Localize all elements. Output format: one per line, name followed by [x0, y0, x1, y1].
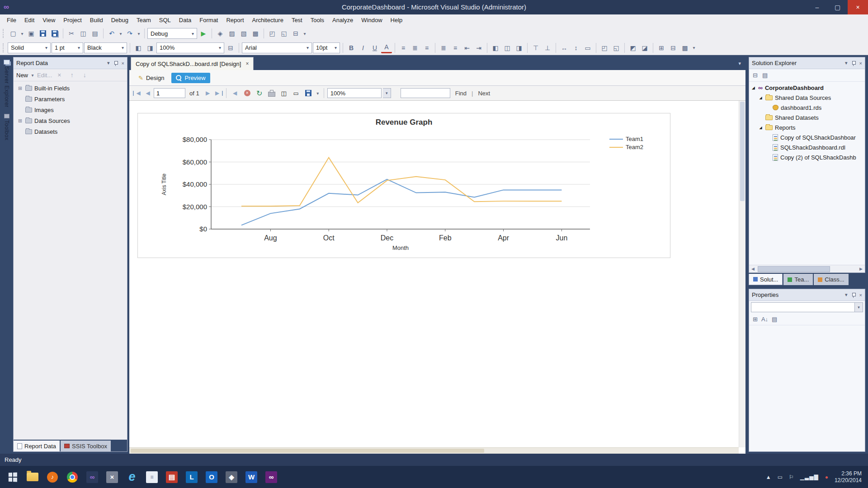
categorized-icon[interactable]: ⊞	[753, 316, 758, 323]
document-tab[interactable]: Copy of SQLShackD...board.rdl [Design] ×	[131, 57, 254, 70]
horizontal-scrollbar[interactable]	[129, 447, 739, 454]
new-file-icon[interactable]: ▢	[8, 28, 19, 39]
menu-architecture[interactable]: Architecture	[248, 14, 288, 26]
expand-icon[interactable]: ⊞	[17, 118, 23, 124]
cut-icon[interactable]: ✂	[66, 28, 77, 39]
copy-icon[interactable]: ◫	[78, 28, 89, 39]
taskbar-internet-explorer[interactable]: e	[122, 467, 142, 487]
vertical-scrollbar[interactable]	[739, 101, 745, 447]
find-in-files-icon[interactable]: ▧	[238, 28, 249, 39]
window-position-icon[interactable]: ▾	[845, 292, 848, 298]
tab-class-view[interactable]: Class...	[814, 274, 848, 285]
zoom-out-icon[interactable]: ◧	[133, 42, 144, 53]
paste-icon[interactable]: ▤	[90, 28, 100, 39]
save-all-icon[interactable]	[49, 28, 60, 39]
font-name-combo[interactable]: Arial ▾	[242, 42, 312, 53]
scrollbar-thumb[interactable]	[131, 449, 484, 453]
volume-muted-icon[interactable]: ●	[825, 474, 828, 480]
new-file-dropdown-icon[interactable]: ▾	[19, 28, 25, 39]
align-left-icon[interactable]: ≡	[398, 42, 409, 53]
alphabetical-icon[interactable]: A↓	[761, 316, 768, 323]
menu-view[interactable]: View	[38, 14, 59, 26]
solution-config-icon[interactable]: ◈	[215, 28, 226, 39]
send-to-back-icon[interactable]: ◪	[639, 42, 650, 53]
align-center-icon[interactable]: ≣	[410, 42, 420, 53]
menu-file[interactable]: File	[3, 14, 20, 26]
find-next-button[interactable]: Next	[474, 90, 494, 97]
page-number-input[interactable]	[154, 88, 185, 98]
menu-tools[interactable]: Tools	[307, 14, 328, 26]
underline-button[interactable]: U	[369, 42, 380, 53]
border-width-combo[interactable]: 1 pt ▾	[52, 42, 83, 53]
bullet-list-icon[interactable]: ≣	[438, 42, 449, 53]
tab-preview[interactable]: Preview	[171, 73, 210, 83]
redo-icon[interactable]: ↷	[124, 28, 135, 39]
menu-test[interactable]: Test	[288, 14, 307, 26]
scrollbar-thumb[interactable]	[758, 266, 830, 272]
menu-window[interactable]: Window	[357, 14, 386, 26]
extra-tools-icon[interactable]: ⊟	[290, 28, 301, 39]
previous-page-icon[interactable]: ◀	[143, 90, 152, 96]
viewer-zoom-dropdown-icon[interactable]: ▾	[383, 88, 391, 98]
export-icon[interactable]	[303, 88, 314, 99]
tab-ssis-toolbox[interactable]: SSIS Toolbox	[61, 441, 111, 451]
scroll-right-icon[interactable]: ▶	[857, 267, 865, 271]
properties-object-combo[interactable]	[751, 302, 855, 312]
next-page-icon[interactable]: ▶	[203, 90, 212, 96]
bold-button[interactable]: B	[346, 42, 357, 53]
toolbox-window-icon[interactable]: ◰	[267, 28, 278, 39]
tab-solution-explorer[interactable]: Solut...	[749, 274, 783, 285]
menu-build[interactable]: Build	[86, 14, 107, 26]
close-icon[interactable]: ×	[122, 61, 124, 66]
expand-icon[interactable]: ⊞	[17, 85, 23, 91]
taskbar-visual-studio-2013[interactable]: ∞	[261, 467, 281, 487]
taskbar-lync[interactable]: L	[182, 467, 202, 487]
scrollbar-thumb[interactable]	[740, 102, 745, 201]
tab-design[interactable]: ✎ Design	[134, 73, 169, 83]
export-dropdown-icon[interactable]: ▾	[315, 88, 321, 99]
close-icon[interactable]: ×	[859, 292, 862, 298]
italic-button[interactable]: I	[358, 42, 368, 53]
merge-cells-icon[interactable]: ⊞	[656, 42, 667, 53]
toolbar-options-icon[interactable]: ▾	[302, 28, 307, 39]
taskbar-config-tool[interactable]: ◈	[222, 467, 241, 487]
tree-item-parameters[interactable]: Parameters	[14, 94, 127, 104]
decrease-indent-icon[interactable]: ⇤	[462, 42, 472, 53]
taskbar-visual-studio-2012[interactable]: ∞	[82, 467, 102, 487]
menu-report[interactable]: Report	[222, 14, 248, 26]
taskbar-data-tools[interactable]: ×	[102, 467, 122, 487]
close-button[interactable]: ×	[848, 0, 868, 14]
open-file-icon[interactable]: ▣	[26, 28, 37, 39]
tree-item-copy-of-report[interactable]: Copy of SQLShackDashboar	[749, 132, 865, 142]
vertical-spacing-icon[interactable]: ◱	[611, 42, 622, 53]
undo-icon[interactable]: ↶	[106, 28, 117, 39]
tree-item-shared-data-sources[interactable]: ◢ Shared Data Sources	[749, 93, 865, 103]
font-size-combo[interactable]: 10pt ▾	[313, 42, 340, 53]
sidebar-tab-toolbox[interactable]: Toolbox	[1, 114, 12, 141]
show-all-files-icon[interactable]: ▤	[762, 72, 768, 79]
tab-team-explorer[interactable]: Tea...	[783, 274, 813, 285]
menu-analyze[interactable]: Analyze	[328, 14, 357, 26]
viewer-zoom-combo[interactable]: 100%	[327, 88, 382, 98]
split-cells-icon[interactable]: ⊟	[668, 42, 679, 53]
tab-report-data[interactable]: Report Data	[14, 441, 60, 451]
print-layout-icon[interactable]: ◫	[278, 88, 289, 99]
print-icon[interactable]	[266, 88, 277, 99]
save-icon[interactable]	[38, 28, 48, 39]
tab-list-dropdown-icon[interactable]: ▾	[738, 61, 741, 66]
align-centers-icon[interactable]: ◫	[502, 42, 513, 53]
align-right-icon[interactable]: ≡	[421, 42, 432, 53]
menu-team[interactable]: Team	[132, 14, 155, 26]
zoom-combo[interactable]: 100% ▾	[156, 42, 224, 53]
font-color-button[interactable]: A	[381, 42, 392, 53]
tree-item-reports[interactable]: ◢ Reports	[749, 122, 865, 132]
increase-indent-icon[interactable]: ⇥	[473, 42, 484, 53]
pin-icon[interactable]	[851, 292, 856, 298]
same-height-icon[interactable]: ↕	[571, 42, 581, 53]
border-style-combo[interactable]: Solid ▾	[8, 42, 51, 53]
property-pages-icon[interactable]: ▤	[772, 316, 777, 323]
delete-icon[interactable]: ×	[54, 70, 65, 80]
redo-dropdown-icon[interactable]: ▾	[136, 28, 142, 39]
solution-explorer-hscrollbar[interactable]: ◀ ▶	[749, 265, 865, 272]
menu-format[interactable]: Format	[195, 14, 222, 26]
